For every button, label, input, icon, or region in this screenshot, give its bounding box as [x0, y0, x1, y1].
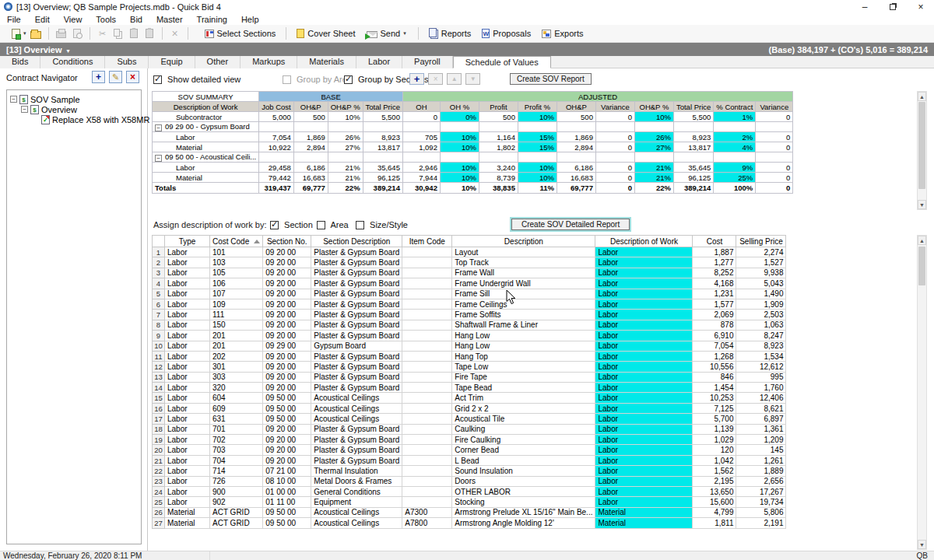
type-cell[interactable]: Labor — [165, 362, 210, 372]
description-of-work-cell[interactable]: Labor — [595, 289, 693, 299]
summary-value-cell[interactable]: 13,817 — [673, 142, 713, 152]
summary-value-cell[interactable]: 1,869 — [293, 132, 328, 142]
summary-value-cell[interactable]: 8,923 — [363, 132, 402, 142]
cost-cell[interactable]: 8,252 — [693, 268, 736, 278]
summary-value-cell[interactable]: 10% — [518, 173, 557, 183]
section-description-cell[interactable]: Plaster & Gypsum Board — [311, 383, 402, 393]
selling-price-cell[interactable]: 145 — [736, 445, 786, 455]
section-no-cell[interactable]: 09 50 00 — [263, 414, 311, 424]
summary-row-label[interactable]: Labor — [153, 132, 259, 142]
section-description-cell[interactable]: Plaster & Gypsum Board — [311, 372, 402, 382]
description-of-work-cell[interactable]: Labor — [595, 466, 693, 476]
menu-item[interactable]: Tools — [89, 15, 123, 24]
cost-code-cell[interactable]: 201 — [210, 331, 263, 341]
cost-code-cell[interactable]: 704 — [210, 455, 263, 465]
description-of-work-cell[interactable]: Labor — [595, 497, 693, 507]
item-code-cell[interactable] — [402, 362, 452, 372]
cost-cell[interactable]: 1,887 — [693, 247, 736, 257]
section-description-cell[interactable]: Thermal Insulation — [311, 466, 402, 476]
type-cell[interactable]: Labor — [165, 268, 210, 278]
description-cell[interactable]: Hang Top — [452, 351, 595, 361]
summary-value-cell[interactable]: 69,777 — [557, 183, 595, 194]
create-sov-report-button[interactable]: Create SOV Report — [510, 73, 592, 85]
description-of-work-cell[interactable]: Labor — [595, 257, 693, 268]
cost-code-cell[interactable]: 609 — [210, 403, 263, 413]
selling-price-cell[interactable]: 1,209 — [736, 435, 786, 445]
item-code-cell[interactable] — [402, 289, 452, 299]
item-code-cell[interactable] — [402, 310, 452, 320]
item-code-cell[interactable] — [402, 393, 452, 403]
section-description-cell[interactable]: Gypsum Board — [311, 341, 402, 351]
cost-cell[interactable]: 7,054 — [693, 341, 736, 351]
summary-value-cell[interactable]: 22% — [634, 183, 673, 194]
summary-value-cell[interactable]: 6,186 — [293, 163, 328, 173]
add-row-button[interactable]: + — [409, 73, 424, 85]
summary-value-cell[interactable]: 0 — [595, 142, 634, 152]
section-description-cell[interactable]: Acoustical Ceilings — [311, 414, 402, 424]
section-no-cell[interactable]: 09 50 00 — [263, 518, 311, 528]
description-cell[interactable]: Frame Soffits — [452, 310, 595, 320]
summary-column-header[interactable]: Profit % — [518, 102, 557, 112]
section-no-cell[interactable]: 09 20 00 — [263, 331, 311, 341]
row-number-cell[interactable]: 16 — [153, 403, 165, 413]
item-code-cell[interactable] — [402, 424, 452, 434]
summary-column-header[interactable]: Variance — [756, 102, 793, 112]
selling-price-cell[interactable]: 8,923 — [736, 341, 786, 351]
selling-price-cell[interactable]: 1,361 — [736, 424, 786, 434]
description-of-work-cell[interactable]: Labor — [595, 445, 693, 455]
type-cell[interactable]: Labor — [165, 403, 210, 413]
summary-value-cell[interactable]: 10,922 — [259, 142, 294, 152]
description-cell[interactable]: Shaftwall Frame & Liner — [452, 320, 595, 330]
new-bid-dropdown-icon[interactable]: ▾ — [23, 30, 26, 37]
show-detailed-view-checkbox[interactable] — [153, 75, 162, 84]
new-bid-icon[interactable] — [9, 27, 23, 40]
detail-column-header[interactable]: Selling Price — [736, 236, 786, 247]
detail-column-header[interactable]: Item Code — [402, 236, 452, 247]
section-no-cell[interactable]: 09 20 00 — [263, 310, 311, 320]
description-cell[interactable]: Caulking — [452, 424, 595, 434]
summary-value-cell[interactable]: 10% — [440, 132, 479, 142]
summary-value-cell[interactable]: 27% — [634, 142, 673, 152]
summary-column-header[interactable]: Profit — [479, 102, 518, 112]
item-code-cell[interactable] — [402, 476, 452, 486]
summary-value-cell[interactable]: 96,125 — [673, 173, 713, 183]
cost-cell[interactable]: 1,029 — [693, 435, 736, 445]
collapse-icon[interactable]: − — [10, 96, 17, 103]
cost-cell[interactable]: 878 — [693, 320, 736, 330]
selling-price-cell[interactable]: 19,734 — [736, 497, 786, 507]
description-of-work-cell[interactable]: Labor — [595, 310, 693, 320]
tab-bids[interactable]: Bids — [0, 56, 40, 68]
section-description-cell[interactable]: Plaster & Gypsum Board — [311, 445, 402, 455]
cost-cell[interactable]: 846 — [693, 372, 736, 382]
assign-by-area-checkbox[interactable] — [317, 221, 325, 229]
summary-value-cell[interactable]: 2,894 — [293, 142, 328, 152]
selling-price-cell[interactable]: 1,760 — [736, 383, 786, 393]
scroll-down-icon[interactable]: ▼ — [918, 540, 926, 549]
description-of-work-cell[interactable]: Labor — [595, 331, 693, 341]
selling-price-cell[interactable]: 12,612 — [736, 362, 786, 372]
tab-conditions[interactable]: Conditions — [40, 56, 105, 68]
row-number-cell[interactable]: 18 — [153, 424, 165, 434]
summary-value-cell[interactable]: 1,802 — [479, 142, 518, 152]
cost-cell[interactable]: 120 — [693, 445, 736, 455]
row-number-cell[interactable]: 5 — [153, 289, 165, 299]
cost-code-cell[interactable]: 631 — [210, 414, 263, 424]
selling-price-cell[interactable]: 8,247 — [736, 331, 786, 341]
row-number-cell[interactable]: 6 — [153, 299, 165, 309]
description-of-work-cell[interactable]: Labor — [595, 414, 693, 424]
summary-value-cell[interactable]: 15% — [518, 142, 557, 152]
collapse-icon[interactable]: − — [21, 106, 28, 113]
cost-cell[interactable]: 13,650 — [693, 486, 736, 496]
proposals-button[interactable]: WProposals — [476, 26, 536, 40]
summary-group-label[interactable]: −09 29 00 - Gypsum Board — [153, 122, 259, 132]
detail-column-header[interactable]: Section No. — [263, 236, 311, 247]
summary-value-cell[interactable]: 1% — [714, 112, 756, 122]
cost-code-cell[interactable]: 107 — [210, 289, 263, 299]
summary-value-cell[interactable]: 10% — [518, 112, 557, 122]
selling-price-cell[interactable]: 8,621 — [736, 403, 786, 413]
summary-row-label[interactable]: Totals — [153, 183, 259, 194]
cost-cell[interactable]: 1,277 — [693, 257, 736, 268]
description-cell[interactable]: Stocking — [452, 497, 595, 507]
item-code-cell[interactable]: A7800 — [402, 518, 452, 528]
selling-price-cell[interactable]: 2,191 — [736, 518, 786, 528]
